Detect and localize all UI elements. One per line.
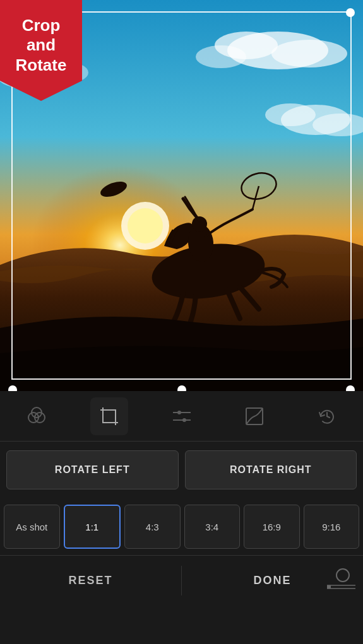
watermark <box>324 568 355 592</box>
color-adjust-button[interactable] <box>18 397 56 435</box>
tone-button[interactable] <box>235 397 273 435</box>
rotate-row: ROTATE LEFT ROTATE RIGHT <box>0 442 363 498</box>
ribbon-banner: Crop and Rotate <box>0 0 82 101</box>
aspect-4-3[interactable]: 4:3 <box>124 505 181 549</box>
svg-line-27 <box>327 416 330 418</box>
aspect-9-16[interactable]: 9:16 <box>304 505 360 549</box>
svg-point-24 <box>182 418 186 422</box>
crop-button[interactable] <box>90 397 128 435</box>
aspect-3-4[interactable]: 3:4 <box>184 505 241 549</box>
svg-point-12 <box>128 208 163 243</box>
bottom-panel: ROTATE LEFT ROTATE RIGHT As shot 1:1 4:3… <box>0 391 363 644</box>
aspect-ratio-row: As shot 1:1 4:3 3:4 16:9 9:16 <box>0 498 363 555</box>
sliders-button[interactable] <box>163 397 201 435</box>
ribbon-text: Crop and Rotate <box>16 16 67 85</box>
history-button[interactable] <box>308 397 346 435</box>
svg-point-4 <box>271 40 347 67</box>
aspect-as-shot[interactable]: As shot <box>4 505 60 549</box>
reset-button[interactable]: RESET <box>0 556 181 606</box>
aspect-16-9[interactable]: 16:9 <box>244 505 300 549</box>
svg-point-7 <box>265 103 316 126</box>
toolbar <box>0 391 363 442</box>
rotate-left-button[interactable]: ROTATE LEFT <box>6 450 179 489</box>
svg-point-5 <box>196 45 246 68</box>
svg-point-22 <box>177 411 181 414</box>
action-row: RESET DONE <box>0 555 363 606</box>
svg-point-28 <box>336 569 349 582</box>
aspect-1-1[interactable]: 1:1 <box>64 505 121 549</box>
svg-rect-31 <box>327 585 331 588</box>
image-area: Crop and Rotate <box>0 0 363 391</box>
rotate-right-button[interactable]: ROTATE RIGHT <box>185 450 357 489</box>
